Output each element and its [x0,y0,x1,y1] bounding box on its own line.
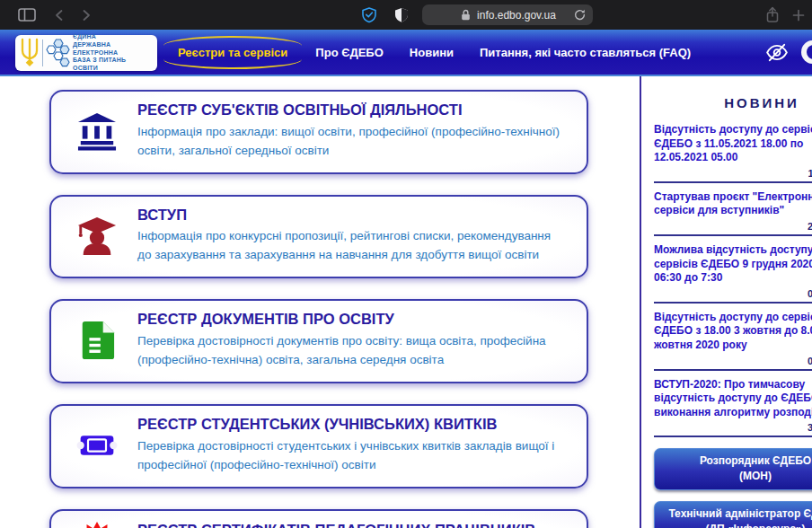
card-description: Інформація про конкурсні пропозиції, рей… [137,227,567,265]
contrast-toggle-icon[interactable] [801,40,812,64]
menu-item-news[interactable]: Новини [410,46,454,59]
news-item[interactable]: ВСТУП-2020: Про тимчасову відсутність до… [654,371,812,438]
bank-icon [75,111,119,151]
news-item[interactable]: Відсутність доступу до сервісів ЄДЕБО з … [654,304,812,371]
card-description: Інформація про заклади: вищої освіти, пр… [137,123,567,161]
edbo-holder-button[interactable]: Розпорядник ЄДЕБО (МОН) [654,448,812,490]
card-teacher-certificates-registry[interactable]: РЕЄСТР СЕРТИФІКАТІВ ПЕДАГОГІЧНИХ ПРАЦІВН… [49,509,588,528]
lock-icon [459,8,472,22]
news-item-date: 11.05.2021 [654,168,812,179]
accessibility-eye-slash-icon[interactable] [765,43,789,62]
site-header: ЄДИНА ДЕРЖАВНА ЕЛЕКТРОННА БАЗА З ПИТАНЬ … [0,30,812,76]
news-header: НОВИНИ [654,95,812,110]
browser-window: info.edbo.gov.ua [0,0,812,528]
card-title: РЕЄСТР ДОКУМЕНТІВ ПРО ОСВІТУ [137,311,567,329]
back-icon[interactable] [54,9,64,22]
technical-administrator-button[interactable]: Технічний адміністратор ЄДЕБО (ДП «Інфор… [654,501,812,528]
news-item-date: 26.01.2021 [654,221,812,232]
chrome-window-controls [765,6,805,23]
card-description: Перевірка достовірності документів про о… [137,332,567,370]
share-icon[interactable] [765,6,780,23]
registry-list: РЕЄСТР СУБ'ЄКТІВ ОСВІТНЬОЇ ДІЯЛЬНОСТІ Ін… [49,76,588,528]
card-title: РЕЄСТР СУБ'ЄКТІВ ОСВІТНЬОЇ ДІЯЛЬНОСТІ [137,101,567,119]
shield-extension-icon[interactable] [393,7,410,23]
card-admission[interactable]: ВСТУП Інформація про конкурсні пропозиці… [49,195,588,279]
news-item[interactable]: Можлива відсутність доступу до сервісів … [654,236,812,304]
menu-item-about[interactable]: Про ЄДЕБО [315,46,383,59]
forward-icon[interactable] [82,9,92,22]
menu-item-registries[interactable]: Реєстри та сервіси [176,46,289,59]
refresh-icon[interactable] [573,8,587,22]
chrome-nav-controls [9,8,101,22]
card-education-documents-registry[interactable]: РЕЄСТР ДОКУМЕНТІВ ПРО ОСВІТУ Перевірка д… [49,299,588,383]
card-student-tickets-registry[interactable]: РЕЄСТР СТУДЕНТСЬКИХ (УЧНІВСЬКИХ) КВИТКІВ… [49,404,588,488]
edbo-logo[interactable]: ЄДИНА ДЕРЖАВНА ЕЛЕКТРОННА БАЗА З ПИТАНЬ … [15,35,157,71]
news-item[interactable]: Стартував проєкт "Електронні сервіси для… [654,183,812,236]
main-menu: Реєстри та сервіси Про ЄДЕБО Новини Пита… [176,46,691,59]
card-title: ВСТУП [137,207,567,224]
news-item-title: Відсутність доступу до сервісів ЄДЕБО з … [654,123,812,165]
extension-icons [361,7,410,23]
sidebar-toggle-icon[interactable] [18,8,36,22]
url-text: info.edbo.gov.ua [477,9,556,22]
news-item-title: Можлива відсутність доступу до сервісів … [654,243,812,286]
logo-text: ЄДИНА ДЕРЖАВНА ЕЛЕКТРОННА БАЗА З ПИТАНЬ … [73,33,126,73]
logo-divider [42,40,43,66]
card-title: РЕЄСТР СТУДЕНТСЬКИХ (УЧНІВСЬКИХ) КВИТКІВ [137,416,567,434]
ticket-icon [75,427,119,463]
menu-item-faq[interactable]: Питання, які часто ставляться (FAQ) [480,46,691,59]
card-title: РЕЄСТР СЕРТИФІКАТІВ ПЕДАГОГІЧНИХ ПРАЦІВН… [137,522,535,528]
news-list: Відсутність доступу до сервісів ЄДЕБО з … [654,116,812,437]
news-item-date: 31.08.2020 [654,422,812,433]
shield-check-extension-icon[interactable] [361,7,377,23]
card-education-subjects-registry[interactable]: РЕЄСТР СУБ'ЄКТІВ ОСВІТНЬОЇ ДІЯЛЬНОСТІ Ін… [49,90,588,174]
news-item-date: 02.10.2020 [654,356,812,366]
news-item[interactable]: Відсутність доступу до сервісів ЄДЕБО з … [654,116,812,183]
graduate-icon [75,215,119,256]
hexagon-cluster-icon [46,39,71,67]
document-icon [75,319,119,362]
news-item-date: 08.12.2020 [654,288,812,299]
new-tab-icon[interactable] [792,9,805,22]
card-description: Перевірка достовірності студентських і у… [137,437,567,475]
news-sidebar: НОВИНИ Відсутність доступу до сервісів Є… [640,76,812,528]
header-right-icons [765,30,812,75]
news-item-title: Стартував проєкт "Електронні сервіси для… [654,190,812,218]
news-item-title: ВСТУП-2020: Про тимчасову відсутність до… [654,378,812,420]
url-bar[interactable]: info.edbo.gov.ua [422,4,593,25]
trident-icon [19,38,40,68]
browser-chrome: info.edbo.gov.ua [0,0,812,30]
news-item-title: Відсутність доступу до сервісів ЄДЕБО з … [654,311,812,353]
star-icon [75,521,119,528]
